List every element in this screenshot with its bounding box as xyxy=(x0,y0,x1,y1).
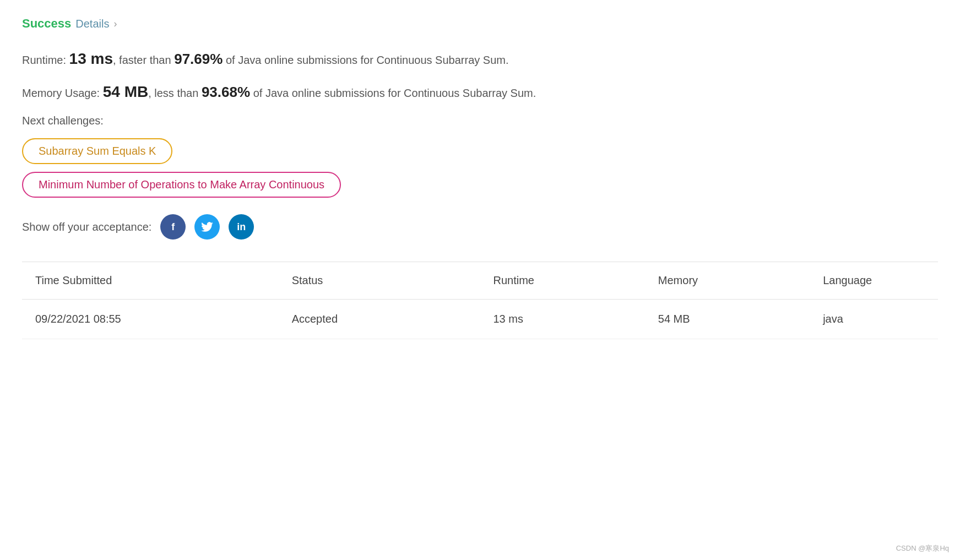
runtime-stat: Runtime: 13 ms, faster than 97.69% of Ja… xyxy=(22,47,938,70)
facebook-icon[interactable]: f xyxy=(160,214,186,240)
linkedin-icon[interactable]: in xyxy=(229,214,254,240)
memory-stat: Memory Usage: 54 MB, less than 93.68% of… xyxy=(22,80,938,104)
memory-prefix: Memory Usage: xyxy=(22,87,103,99)
cell-runtime: 13 ms xyxy=(480,300,644,339)
memory-value: 54 MB xyxy=(103,83,148,100)
breadcrumb: Success Details › xyxy=(22,17,938,31)
watermark: CSDN @寒泉Hq xyxy=(896,543,949,553)
memory-pct: 93.68% xyxy=(202,84,250,100)
runtime-pct: 97.69% xyxy=(174,51,223,67)
memory-middle: , less than xyxy=(148,87,202,99)
table-header-row: Time Submitted Status Runtime Memory Lan… xyxy=(22,262,938,300)
runtime-value: 13 ms xyxy=(69,50,113,67)
social-label: Show off your acceptance: xyxy=(22,221,151,233)
table-row: 09/22/2021 08:55 Accepted 13 ms 54 MB ja… xyxy=(22,300,938,339)
runtime-middle: , faster than xyxy=(113,54,174,66)
col-header-status: Status xyxy=(279,262,480,300)
challenge-button-1[interactable]: Subarray Sum Equals K xyxy=(22,138,172,164)
runtime-suffix: of Java online submissions for Continuou… xyxy=(223,54,508,66)
twitter-icon[interactable] xyxy=(194,214,220,240)
stats-section: Runtime: 13 ms, faster than 97.69% of Ja… xyxy=(22,47,938,104)
runtime-prefix: Runtime: xyxy=(22,54,69,66)
cell-status[interactable]: Accepted xyxy=(279,300,480,339)
cell-time-submitted: 09/22/2021 08:55 xyxy=(22,300,279,339)
col-header-runtime: Runtime xyxy=(480,262,644,300)
col-header-language: Language xyxy=(810,262,938,300)
next-challenges-label: Next challenges: xyxy=(22,115,938,127)
breadcrumb-chevron-icon: › xyxy=(113,18,117,30)
col-header-time-submitted: Time Submitted xyxy=(22,262,279,300)
submissions-table: Time Submitted Status Runtime Memory Lan… xyxy=(22,262,938,339)
challenge-button-2[interactable]: Minimum Number of Operations to Make Arr… xyxy=(22,172,341,198)
memory-suffix: of Java online submissions for Continuou… xyxy=(250,87,536,99)
details-link[interactable]: Details xyxy=(75,18,109,30)
cell-memory: 54 MB xyxy=(645,300,810,339)
social-section: Show off your acceptance: f in xyxy=(22,214,938,240)
cell-language: java xyxy=(810,300,938,339)
challenges-list: Subarray Sum Equals K Minimum Number of … xyxy=(22,138,938,198)
col-header-memory: Memory xyxy=(645,262,810,300)
success-label[interactable]: Success xyxy=(22,17,71,31)
